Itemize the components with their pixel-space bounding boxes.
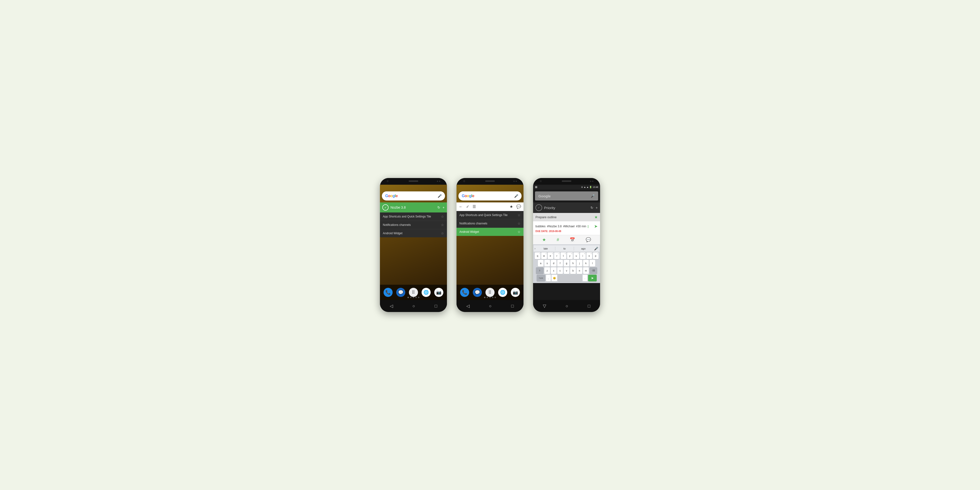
task-refresh-icon[interactable]: ↻ — [590, 206, 593, 210]
recents-icon-1[interactable]: □ — [434, 304, 437, 309]
key-s[interactable]: s — [544, 260, 550, 267]
key-w[interactable]: w2 — [541, 252, 547, 259]
key-a[interactable]: a — [538, 260, 544, 267]
back-icon-1[interactable]: ◁ — [390, 303, 393, 309]
key-send[interactable]: ➤ — [588, 275, 597, 282]
key-backspace[interactable]: ⌫ — [590, 267, 597, 274]
key-f[interactable]: f — [557, 260, 563, 267]
keyboard-mic-icon[interactable]: 🎤 — [593, 247, 600, 250]
key-n[interactable]: n — [577, 267, 582, 274]
notif-item-p2-3-selected[interactable]: Android Widget ☆ — [457, 228, 523, 236]
suggest-to[interactable]: to — [555, 247, 574, 250]
key-e[interactable]: e3 — [548, 252, 554, 259]
key-m[interactable]: m — [583, 267, 589, 274]
key-b[interactable]: b — [570, 267, 576, 274]
key-shift[interactable]: ⇧ — [536, 267, 544, 274]
key-l[interactable]: l — [590, 260, 595, 267]
action-bar-2: ← ✓ ☰ ★ 💬 — [457, 202, 523, 211]
key-u[interactable]: u7 — [573, 252, 579, 259]
home-icon-1[interactable]: ○ — [412, 304, 415, 309]
phone-dots-2 — [514, 181, 517, 182]
back-action-icon[interactable]: ← — [459, 205, 463, 209]
recents-icon-2[interactable]: □ — [511, 304, 514, 309]
task-tag-michael: #Michael — [563, 225, 574, 228]
notif-star-p2-3[interactable]: ☆ — [517, 230, 520, 234]
dock-gallery-icon[interactable]: 📷 — [434, 288, 443, 297]
signal-icon-3: ▲ — [587, 186, 589, 188]
comment-task-icon[interactable]: 💬 — [586, 237, 591, 242]
google-search-bar-2[interactable]: Google 🎤 — [458, 191, 522, 200]
key-y[interactable]: y6 — [567, 252, 573, 259]
check-action-icon[interactable]: ✓ — [466, 204, 469, 209]
task-add-icon[interactable]: + — [596, 206, 598, 210]
notif-star-p2-1[interactable]: ☆ — [517, 213, 520, 217]
key-period[interactable]: . — [582, 275, 587, 282]
notif-star-3[interactable]: ☆ — [441, 231, 444, 235]
dock-messages-icon-2[interactable]: 💬 — [473, 288, 482, 297]
add-icon-1[interactable]: + — [442, 205, 445, 209]
notif-item-p2-1[interactable]: App Shortcuts and Quick Settings Tile ☆ — [457, 211, 523, 220]
google-mic-icon-1[interactable]: 🎤 — [438, 194, 442, 198]
task-send-icon[interactable]: ➤ — [594, 224, 598, 229]
wifi-icon-3: ▲ — [584, 186, 586, 188]
dock-chrome-icon-2[interactable]: 🌐 — [498, 288, 507, 297]
dock-phone-icon-2[interactable]: 📞 — [460, 288, 469, 297]
dock-chrome-icon[interactable]: 🌐 — [422, 288, 431, 297]
key-q[interactable]: q1 — [535, 252, 541, 259]
dock-apps-icon-2[interactable]: ⠿ — [485, 288, 495, 297]
key-i[interactable]: i8 — [580, 252, 586, 259]
notif-star-1[interactable]: ☆ — [441, 215, 444, 218]
key-c[interactable]: c — [557, 267, 563, 274]
prepare-row-3[interactable]: Prepare outline ★ — [533, 213, 600, 221]
suggest-late[interactable]: late — [536, 247, 555, 250]
key-emoji[interactable]: 😊 — [552, 275, 557, 282]
key-h[interactable]: h — [570, 260, 576, 267]
home-icon-3[interactable]: ○ — [566, 304, 568, 309]
key-d[interactable]: d — [551, 260, 557, 267]
key-v[interactable]: v — [564, 267, 570, 274]
suggest-ago[interactable]: ago — [574, 247, 593, 250]
task-input-line-3[interactable]: bubbles #Nozbe 3.8 #Michael #30 min | ➤ — [535, 224, 598, 229]
google-search-bar-1[interactable]: Google 🎤 — [382, 191, 445, 200]
back-icon-2[interactable]: ◁ — [466, 303, 470, 309]
recents-icon-3[interactable]: □ — [588, 304, 590, 309]
key-o[interactable]: o9 — [586, 252, 592, 259]
key-num[interactable]: ?123 — [537, 275, 545, 282]
notif-star-p2-2[interactable]: ☆ — [517, 221, 520, 225]
google-mic-icon-2[interactable]: 🎤 — [514, 194, 518, 198]
dock-gallery-icon-2[interactable]: 📷 — [511, 288, 520, 297]
notif-item-p2-2[interactable]: Notifications channels ☆ — [457, 220, 523, 228]
dnd-icon-3: ⊖ — [581, 186, 583, 188]
key-comma[interactable]: , — [546, 275, 551, 282]
camera-1 — [387, 180, 388, 182]
menu-action-icon[interactable]: ☰ — [473, 204, 476, 209]
notif-item-3[interactable]: Android Widget ☆ — [380, 229, 447, 237]
key-r[interactable]: r4 — [554, 252, 560, 259]
prepare-star-3[interactable]: ★ — [594, 215, 598, 220]
app-dock-1: 📞 💬 ⠿ 🌐 📷 — [380, 285, 447, 300]
key-g[interactable]: g — [564, 260, 570, 267]
back-icon-3[interactable]: ▽ — [543, 303, 546, 309]
hashtag-icon[interactable]: # — [557, 237, 559, 242]
star-action-icon[interactable]: ★ — [510, 204, 513, 209]
notif-star-2[interactable]: ☆ — [441, 223, 444, 227]
dock-messages-icon[interactable]: 💬 — [396, 288, 405, 297]
notif-item-text-3: Android Widget — [383, 232, 441, 235]
key-t[interactable]: t5 — [561, 252, 566, 259]
key-k[interactable]: k — [583, 260, 589, 267]
priority-star-icon[interactable]: ★ — [542, 237, 546, 242]
dock-phone-icon[interactable]: 📞 — [383, 288, 393, 297]
key-x[interactable]: x — [551, 267, 557, 274]
home-icon-2[interactable]: ○ — [489, 304, 492, 309]
calendar-icon[interactable]: 📅 — [570, 237, 575, 242]
key-space[interactable] — [558, 275, 582, 282]
refresh-icon-1[interactable]: ↻ — [438, 205, 440, 209]
key-p[interactable]: p0 — [593, 252, 599, 259]
task-cursor: | — [588, 225, 588, 228]
key-j[interactable]: j — [577, 260, 582, 267]
notif-item-2[interactable]: Notifications channels ☆ — [380, 221, 447, 229]
notif-item-1[interactable]: App Shortcuts and Quick Settings Tile ☆ — [380, 212, 447, 221]
comment-action-icon[interactable]: 💬 — [516, 204, 521, 209]
dock-apps-icon[interactable]: ⠿ — [409, 288, 418, 297]
key-z[interactable]: z — [544, 267, 550, 274]
